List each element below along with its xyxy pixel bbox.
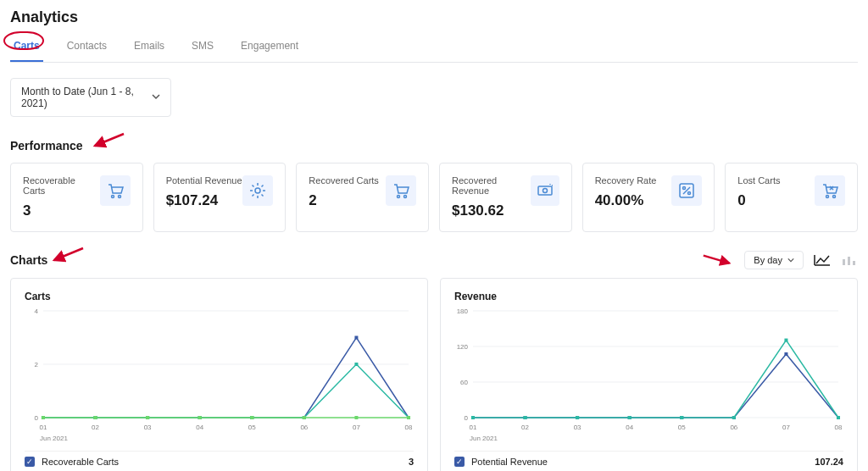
svg-rect-5: [538, 186, 552, 195]
svg-rect-50: [303, 416, 306, 419]
svg-text:01: 01: [40, 424, 47, 431]
line-chart-icon[interactable]: [814, 253, 831, 267]
legend-value: 107.24: [815, 457, 843, 467]
svg-rect-82: [732, 416, 736, 419]
chart-title: Carts: [25, 291, 414, 302]
cart-icon: [100, 175, 131, 206]
annotation-arrow-icon: [51, 247, 85, 263]
svg-point-6: [542, 189, 547, 193]
date-range-label: Month to Date (Jun 1 - 8, 2021): [21, 86, 152, 109]
cart-icon: [386, 175, 416, 206]
granularity-label: By day: [754, 255, 782, 265]
percent-icon: [671, 175, 702, 206]
tab-bar: CartsContactsEmailsSMSEngagement: [10, 35, 858, 63]
perf-value: 0: [737, 192, 780, 209]
svg-point-4: [404, 196, 407, 198]
svg-point-9: [688, 192, 691, 195]
perf-label: Recoverable Carts: [23, 175, 100, 196]
svg-rect-43: [354, 363, 358, 366]
perf-card: Potential Revenue$107.24: [153, 163, 287, 232]
svg-text:08: 08: [405, 424, 413, 431]
bar-chart-icon[interactable]: [841, 253, 858, 267]
svg-text:0: 0: [35, 414, 39, 422]
legend-value: 3: [409, 457, 414, 467]
x-axis-caption: Jun 2021: [40, 435, 414, 442]
chart-card-carts: Carts0240102030405060708Jun 2021✓Recover…: [10, 278, 428, 471]
svg-text:02: 02: [92, 424, 99, 431]
svg-rect-13: [848, 257, 850, 265]
svg-rect-35: [354, 336, 358, 340]
svg-text:120: 120: [457, 343, 469, 351]
svg-rect-45: [42, 416, 45, 419]
svg-text:4: 4: [35, 308, 39, 315]
svg-point-10: [826, 196, 829, 198]
svg-rect-47: [146, 416, 149, 419]
svg-text:01: 01: [470, 424, 477, 431]
svg-point-3: [398, 196, 400, 198]
cart-x-icon: [815, 175, 845, 206]
performance-heading: Performance: [10, 139, 858, 152]
svg-rect-46: [94, 416, 97, 419]
svg-text:08: 08: [835, 424, 843, 431]
svg-point-0: [111, 196, 114, 198]
svg-rect-78: [524, 416, 527, 419]
legend-label: Potential Revenue: [471, 457, 548, 467]
svg-text:04: 04: [196, 424, 203, 431]
perf-value: 2: [309, 192, 379, 209]
svg-rect-51: [354, 416, 358, 419]
svg-point-11: [833, 196, 836, 198]
chart-legend: ✓Recoverable Carts3✓Recovered Carts2✓Los…: [25, 451, 414, 471]
svg-text:03: 03: [144, 424, 152, 431]
tab-contacts[interactable]: Contacts: [64, 35, 110, 62]
granularity-select[interactable]: By day: [744, 251, 804, 269]
perf-card: Lost Carts0: [725, 163, 858, 232]
legend-label: Recoverable Carts: [42, 457, 119, 467]
svg-rect-79: [576, 416, 579, 419]
svg-text:03: 03: [574, 424, 581, 431]
svg-text:2: 2: [35, 361, 39, 368]
legend-row: ✓Potential Revenue107.24: [454, 452, 843, 471]
tab-engagement[interactable]: Engagement: [237, 35, 302, 62]
svg-rect-77: [471, 416, 475, 419]
perf-label: Potential Revenue: [166, 175, 242, 186]
chart-plot: 0240102030405060708: [25, 306, 414, 433]
perf-card: Recovered Revenue$130.62: [439, 163, 572, 232]
svg-rect-49: [250, 416, 253, 419]
svg-text:07: 07: [782, 424, 790, 431]
svg-text:0: 0: [465, 414, 469, 422]
svg-rect-80: [628, 416, 632, 419]
svg-point-1: [118, 196, 120, 198]
perf-value: 3: [23, 202, 100, 219]
legend-swatch: ✓: [454, 457, 465, 467]
svg-rect-14: [853, 261, 855, 265]
perf-card: Recovered Carts2: [296, 163, 429, 232]
svg-rect-75: [784, 352, 787, 356]
svg-text:04: 04: [626, 424, 633, 431]
svg-point-2: [255, 188, 260, 193]
chart-controls: By day: [700, 251, 858, 269]
charts-heading: Charts: [10, 253, 47, 267]
tab-emails[interactable]: Emails: [131, 35, 168, 62]
perf-value: $130.62: [452, 202, 531, 219]
perf-label: Recovered Revenue: [452, 175, 531, 196]
svg-rect-84: [837, 416, 840, 419]
svg-text:06: 06: [730, 424, 737, 431]
date-range-select[interactable]: Month to Date (Jun 1 - 8, 2021): [10, 78, 171, 117]
svg-rect-48: [198, 416, 202, 419]
perf-value: $107.24: [166, 192, 242, 209]
svg-rect-12: [843, 259, 845, 265]
svg-rect-83: [784, 339, 787, 342]
tab-sms[interactable]: SMS: [188, 35, 217, 62]
svg-text:07: 07: [353, 424, 360, 431]
chevron-down-icon: [787, 255, 794, 265]
tab-carts[interactable]: Carts: [10, 35, 43, 62]
gear-icon: [242, 175, 273, 206]
chart-plot: 0601201800102030405060708: [454, 306, 843, 433]
money-icon: [531, 175, 559, 206]
page-title: Analytics: [10, 8, 858, 26]
perf-card: Recovery Rate40.00%: [582, 163, 715, 232]
svg-text:06: 06: [300, 424, 308, 431]
x-axis-caption: Jun 2021: [470, 435, 843, 442]
chart-grid: Carts0240102030405060708Jun 2021✓Recover…: [10, 278, 858, 471]
perf-value: 40.00%: [595, 192, 657, 209]
